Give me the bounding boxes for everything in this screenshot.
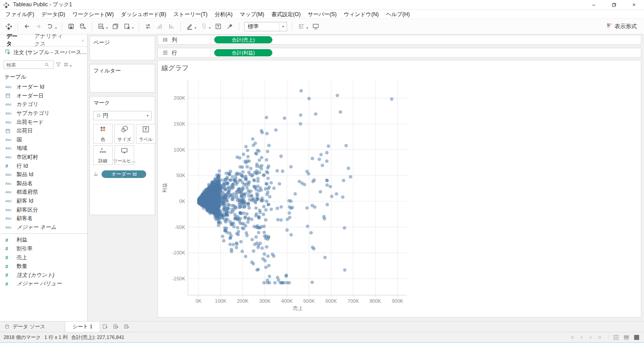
size-button[interactable]: サイズ bbox=[114, 124, 134, 144]
field-顧客 Id[interactable]: Abc顧客 Id bbox=[0, 197, 87, 206]
show-me-mini-caret-icon[interactable]: ▾ bbox=[306, 26, 308, 30]
minimize-button[interactable]: – bbox=[584, 0, 604, 10]
menu-item-11[interactable]: ヘルプ(H) bbox=[382, 10, 414, 19]
menu-item-6[interactable]: 分析(A) bbox=[211, 10, 236, 19]
field-サブカテゴリ[interactable]: Abcサブカテゴリ bbox=[0, 109, 87, 118]
back-icon[interactable] bbox=[21, 21, 33, 32]
highlight-icon[interactable] bbox=[184, 21, 195, 32]
toolbar-separator bbox=[139, 22, 139, 31]
color-button[interactable]: 色 bbox=[93, 124, 113, 144]
nav-arrow-icon[interactable] bbox=[588, 335, 593, 340]
field-注文 (カウント)[interactable]: #注文 (カウント) bbox=[0, 271, 87, 279]
maximize-button[interactable] bbox=[604, 0, 624, 10]
worksheet-region: 列 合計(売上) 行 合計(利益) 0K100K200K300K400K500K… bbox=[157, 34, 644, 321]
field-市区町村[interactable]: Abc市区町村 bbox=[0, 153, 87, 162]
sheet-tab-sheet1[interactable]: シート 1 bbox=[65, 322, 100, 332]
field-数量[interactable]: #数量 bbox=[0, 262, 87, 271]
new-data-source-icon[interactable] bbox=[77, 21, 89, 32]
redo-icon[interactable] bbox=[44, 21, 56, 32]
nav-arrow-icon[interactable] bbox=[570, 335, 575, 340]
sum-profit-pill[interactable]: 合計(利益) bbox=[214, 49, 272, 56]
menu-item-5[interactable]: ストーリー(T) bbox=[170, 10, 211, 19]
menu-item-9[interactable]: サーバー(S) bbox=[304, 10, 340, 19]
menu-item-1[interactable]: ファイル(F) bbox=[2, 10, 38, 19]
tab-analytics[interactable]: アナリティクス bbox=[34, 33, 69, 48]
new-dashboard-button[interactable] bbox=[111, 322, 122, 332]
field-利益[interactable]: #利益 bbox=[0, 236, 87, 245]
detail-button[interactable]: 詳細 bbox=[93, 145, 113, 165]
clear-sheet-caret-icon[interactable]: ▾ bbox=[132, 26, 134, 30]
forward-icon bbox=[33, 21, 44, 32]
field-地域[interactable]: Abc地域 bbox=[0, 144, 87, 153]
field-割引率[interactable]: #割引率 bbox=[0, 245, 87, 254]
field-オーダー日[interactable]: オーダー日 bbox=[0, 92, 87, 101]
view-as-icon[interactable] bbox=[63, 62, 69, 68]
sum-sales-pill[interactable]: 合計(売上) bbox=[214, 36, 272, 43]
show-me-mini-icon[interactable] bbox=[296, 21, 307, 32]
menu-item-7[interactable]: マップ(M) bbox=[236, 10, 268, 19]
mark-type-select[interactable]: 円 ▾ bbox=[93, 111, 152, 120]
search-icon bbox=[44, 62, 50, 68]
field-行 Id[interactable]: #行 Id bbox=[0, 161, 87, 170]
field-都道府県[interactable]: Abc都道府県 bbox=[0, 188, 87, 197]
clear-sheet-icon[interactable] bbox=[121, 21, 133, 32]
fit-select[interactable]: 標準▾ bbox=[244, 22, 287, 31]
menu-item-10[interactable]: ウィンドウ(N) bbox=[340, 10, 382, 19]
field-顧客区分[interactable]: Abc顧客区分 bbox=[0, 205, 87, 214]
field-メジャー ネーム[interactable]: Abcメジャー ネーム bbox=[0, 223, 87, 232]
x-axis-title[interactable]: 売上 bbox=[293, 305, 303, 311]
scatter-points[interactable] bbox=[197, 89, 394, 284]
presentation-mode-icon[interactable] bbox=[310, 21, 322, 32]
filter-fields-icon[interactable] bbox=[55, 62, 61, 68]
field-顧客名[interactable]: Abc顧客名 bbox=[0, 214, 87, 223]
filters-card[interactable]: フィルター bbox=[89, 64, 155, 93]
menu-item-8[interactable]: 書式設定(O) bbox=[268, 10, 304, 19]
data-source-tab[interactable]: データ ソース bbox=[0, 322, 51, 332]
field-オーダー Id[interactable]: Abcオーダー Id bbox=[0, 83, 87, 92]
close-button[interactable]: × bbox=[624, 0, 644, 10]
field-売上[interactable]: #売上 bbox=[0, 253, 87, 262]
view-as-caret-icon[interactable]: ▾ bbox=[70, 64, 72, 68]
tableau-logo-icon[interactable] bbox=[3, 21, 14, 32]
save-icon[interactable] bbox=[65, 21, 77, 32]
menu-item-2[interactable]: データ(D) bbox=[38, 10, 68, 19]
menu-item-3[interactable]: ワークシート(W) bbox=[69, 10, 117, 19]
order-id-pill[interactable]: オーダー Id bbox=[102, 170, 146, 178]
show-filmstrip-icon[interactable] bbox=[623, 335, 629, 340]
swap-rows-columns-icon[interactable] bbox=[142, 21, 154, 32]
search-input[interactable] bbox=[4, 62, 44, 68]
field-出荷日[interactable]: 出荷日 bbox=[0, 127, 87, 136]
field-製品名[interactable]: Abc製品名 bbox=[0, 179, 87, 188]
field-出荷モード[interactable]: Abc出荷モード bbox=[0, 118, 87, 127]
label-button[interactable]: ラベル bbox=[136, 124, 156, 144]
show-me-button[interactable]: 表示形式 bbox=[606, 23, 637, 30]
tab-data[interactable]: データ bbox=[6, 33, 21, 48]
scatter-chart[interactable]: 0K100K200K300K400K500K600K700K800K900K20… bbox=[158, 60, 641, 317]
rows-shelf[interactable]: 行 合計(利益) bbox=[157, 48, 641, 58]
fix-axes-icon[interactable] bbox=[224, 21, 236, 32]
field-カテゴリ[interactable]: Abcカテゴリ bbox=[0, 100, 87, 109]
columns-shelf[interactable]: 列 合計(売上) bbox=[157, 35, 641, 45]
y-axis-title[interactable]: 利益 bbox=[162, 183, 167, 193]
show-mark-labels-icon[interactable] bbox=[212, 21, 224, 32]
field-メジャー バリュー[interactable]: #メジャー バリュー bbox=[0, 279, 87, 288]
duplicate-sheet-icon[interactable] bbox=[110, 21, 121, 32]
new-worksheet-icon[interactable] bbox=[95, 21, 107, 32]
data-source-row[interactable]: 注文 (サンプル - スーパース… bbox=[0, 47, 87, 59]
pages-card[interactable]: ページ bbox=[89, 36, 155, 60]
sheet-title[interactable]: 線グラフ bbox=[161, 64, 189, 72]
show-sheet-view-icon[interactable] bbox=[634, 335, 640, 340]
highlight-caret-icon[interactable]: ▾ bbox=[195, 26, 196, 30]
nav-arrow-icon[interactable] bbox=[579, 335, 584, 340]
collapse-pane-icon[interactable]: ‹ bbox=[82, 38, 84, 43]
new-worksheet-caret-icon[interactable]: ▾ bbox=[106, 26, 108, 30]
menu-item-4[interactable]: ダッシュボード(B) bbox=[117, 10, 170, 19]
field-製品 Id[interactable]: Abc製品 Id bbox=[0, 170, 87, 179]
field-国[interactable]: Abc国 bbox=[0, 136, 87, 144]
show-tabs-grid-icon[interactable] bbox=[613, 335, 619, 340]
tooltip-button[interactable]: ツールヒ… bbox=[114, 145, 134, 165]
new-worksheet-button[interactable] bbox=[100, 322, 111, 332]
nav-arrow-icon[interactable] bbox=[597, 335, 602, 340]
redo-caret-icon[interactable]: ▾ bbox=[55, 26, 57, 30]
new-story-button[interactable] bbox=[122, 322, 132, 332]
